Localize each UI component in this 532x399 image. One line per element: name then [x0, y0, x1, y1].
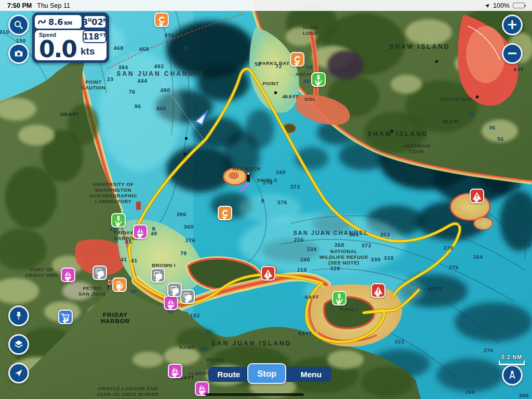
sail-icon	[196, 383, 208, 394]
photo-marker[interactable]	[180, 289, 195, 304]
route-squiggle-icon	[37, 17, 47, 27]
location-services-icon: ➤	[484, 2, 491, 9]
chat-marker[interactable]	[290, 52, 304, 66]
camera-button[interactable]	[8, 43, 29, 64]
speed-readout: Speed 0.0 kts 118° T	[35, 30, 107, 60]
layers-button[interactable]	[8, 334, 29, 355]
scale-value: 0.2	[501, 354, 511, 360]
anchor-icon	[313, 74, 324, 85]
search-icon	[13, 19, 24, 31]
warn-icon	[262, 268, 274, 279]
zoom-in-button[interactable]: +	[502, 15, 523, 35]
sail-marker[interactable]	[133, 224, 148, 239]
chat-icon	[291, 54, 303, 65]
minus-icon: −	[507, 46, 518, 60]
eta-hours: 3	[82, 17, 88, 27]
camera-icon	[13, 48, 24, 59]
warn-marker[interactable]	[261, 266, 275, 281]
warn-icon	[373, 285, 384, 296]
map-scale-bar: 0.2 NM	[499, 354, 525, 365]
heading-value: 118°	[83, 32, 103, 42]
battery-icon	[513, 3, 525, 8]
photo-icon	[152, 270, 164, 281]
eta-minutes-unit: M	[103, 18, 108, 23]
photo-icon	[169, 284, 180, 296]
chat-icon	[156, 14, 167, 25]
anchor-marker[interactable]	[311, 72, 326, 87]
photo-marker[interactable]	[92, 265, 107, 280]
search-button[interactable]	[8, 15, 29, 35]
speed-value: 0.0	[39, 38, 76, 61]
cart-marker[interactable]	[58, 310, 73, 324]
distance-value: 8.6	[48, 17, 63, 27]
cart-icon	[60, 311, 71, 323]
battery-percent: 100%	[493, 2, 510, 9]
anchor-icon	[113, 215, 124, 226]
warn-marker[interactable]	[470, 189, 484, 203]
pin-button[interactable]	[8, 305, 29, 326]
anchor-marker[interactable]	[332, 291, 347, 305]
pushpin-icon	[13, 310, 24, 322]
eta-hours-unit: H	[88, 18, 91, 23]
distance-readout: 8.6 NM	[35, 15, 82, 29]
eta-readout: 3 H 02 M	[83, 15, 107, 29]
zoom-out-button[interactable]: −	[502, 43, 523, 64]
photo-icon	[94, 267, 105, 278]
photo-marker[interactable]	[167, 283, 182, 297]
menu-button[interactable]: Menu	[291, 367, 332, 382]
anchor-icon	[334, 292, 345, 304]
navigation-instrument-panel[interactable]: 8.6 NM 3 H 02 M Speed 0.0 kts 118° T	[32, 12, 109, 63]
status-time: 7:50 PM	[7, 2, 32, 9]
ios-status-bar: 7:50 PM Thu Sep 11 ➤ 100%	[0, 0, 532, 11]
photo-marker[interactable]	[151, 268, 165, 283]
home-indicator[interactable]	[205, 393, 304, 396]
speed-unit: kts	[81, 46, 95, 57]
chat-marker[interactable]	[154, 12, 169, 27]
scale-unit: NM	[513, 354, 522, 360]
warn-marker[interactable]	[371, 283, 385, 298]
chartplotter-app: SAN JUAN CHANNELPOINT CAUTION105.6 FTSHA…	[0, 0, 532, 399]
location-arrow-icon	[13, 367, 24, 379]
sail-marker[interactable]	[168, 364, 182, 378]
sail-icon	[62, 269, 74, 281]
sail-icon	[135, 226, 146, 237]
eta-minutes: 02	[91, 17, 103, 27]
photo-icon	[182, 291, 193, 302]
distance-unit: NM	[64, 21, 72, 26]
measure-distance-button[interactable]	[502, 365, 523, 385]
heading-unit: T	[103, 33, 107, 38]
chat-marker[interactable]	[218, 206, 232, 220]
flag-icon	[105, 278, 116, 290]
sail-icon	[169, 365, 181, 377]
stop-button[interactable]: Stop	[247, 363, 286, 384]
heading-readout: 118° T	[83, 30, 107, 43]
status-date: Thu Sep 11	[37, 2, 70, 9]
chat-icon	[219, 207, 231, 219]
layers-icon	[13, 339, 24, 350]
dividers-compass-icon	[507, 369, 518, 381]
plus-icon: +	[507, 18, 518, 31]
anchor-marker[interactable]	[111, 213, 126, 228]
scale-rule	[499, 361, 525, 365]
sail-marker[interactable]	[61, 268, 75, 282]
route-button[interactable]: Route	[208, 367, 249, 382]
warn-icon	[471, 190, 483, 202]
flag-marker[interactable]	[104, 278, 118, 294]
locate-me-button[interactable]	[8, 363, 29, 383]
